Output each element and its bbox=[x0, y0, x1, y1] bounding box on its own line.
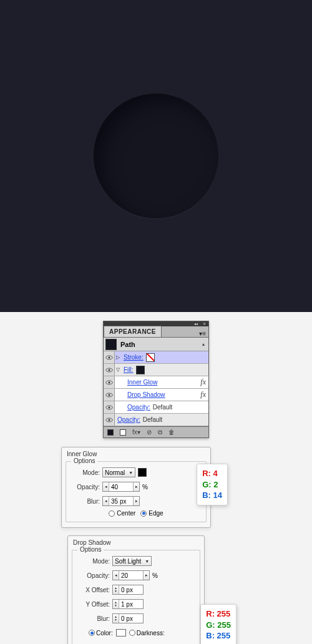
opacity-value: 20 bbox=[119, 571, 143, 580]
radio-edge[interactable] bbox=[140, 510, 147, 517]
rgb-r: R: 255 bbox=[206, 608, 231, 620]
percent-label: % bbox=[150, 572, 158, 579]
opacity-label: Opacity: bbox=[70, 484, 102, 490]
stroke-label[interactable]: Stroke: bbox=[121, 354, 144, 361]
chevron-down-icon: ▼ bbox=[145, 559, 149, 564]
color-label: Color: bbox=[96, 630, 113, 637]
mode-dropdown[interactable]: Normal ▼ bbox=[102, 467, 135, 477]
rgb-b: B: 14 bbox=[202, 490, 222, 501]
options-legend: Options bbox=[71, 457, 97, 464]
edge-label: Edge bbox=[149, 510, 163, 517]
fx-icon: fx bbox=[200, 378, 208, 387]
panel-menu-icon[interactable]: ▾≡ bbox=[199, 330, 208, 337]
visibility-toggle[interactable] bbox=[104, 401, 115, 413]
scroll-up-icon[interactable]: ▴ bbox=[202, 341, 208, 347]
rgb-r: R: 4 bbox=[202, 468, 222, 479]
shadow-color-swatch[interactable] bbox=[116, 629, 126, 637]
new-fill-icon[interactable] bbox=[107, 429, 114, 436]
blur-value: 35 px bbox=[109, 497, 133, 505]
appearance-row-opacity-inner[interactable]: Opacity: Default bbox=[104, 401, 208, 414]
svg-point-7 bbox=[108, 394, 110, 396]
svg-point-9 bbox=[108, 406, 110, 408]
panels-area: ◂◂ ✕ APPEARANCE ▾≡ Path ▴ ▷ Stroke: bbox=[0, 312, 312, 644]
fill-swatch[interactable] bbox=[136, 366, 145, 374]
appearance-row-drop-shadow[interactable]: Drop Shadow fx bbox=[104, 389, 208, 401]
svg-point-1 bbox=[108, 356, 110, 358]
mode-label: Mode: bbox=[70, 469, 102, 476]
svg-point-3 bbox=[108, 369, 110, 371]
x-offset-label: X Offset: bbox=[76, 587, 112, 593]
blur-stepper[interactable]: ◂ 35 px ▸ bbox=[102, 496, 140, 506]
disclosure-icon[interactable]: ▷ bbox=[115, 354, 121, 360]
panel-tabs: APPEARANCE ▾≡ bbox=[104, 326, 208, 338]
appearance-row-fill[interactable]: ▽ Fill: bbox=[104, 364, 208, 376]
fx-icon: fx bbox=[200, 390, 208, 399]
visibility-toggle[interactable] bbox=[104, 376, 115, 388]
x-offset-value: 0 px bbox=[119, 585, 143, 594]
visibility-toggle[interactable] bbox=[104, 351, 115, 363]
y-offset-stepper[interactable]: ▲▼ 1 px bbox=[112, 599, 144, 609]
options-fieldset: Options Mode: Normal ▼ Opacity: ◂ 40 ▸ % bbox=[66, 461, 207, 522]
blur-label: Blur: bbox=[70, 498, 102, 505]
tab-appearance[interactable]: APPEARANCE bbox=[104, 326, 162, 337]
disclosure-icon[interactable]: ▽ bbox=[115, 367, 121, 373]
radio-center[interactable] bbox=[109, 510, 115, 517]
visibility-toggle[interactable] bbox=[104, 364, 115, 376]
darkness-label: Darkness: bbox=[137, 630, 165, 637]
artwork-preview bbox=[0, 0, 312, 312]
options-fieldset: Options Mode: Soft Light ▼ Opacity: ◂ 20… bbox=[72, 550, 200, 644]
panel-footer: fx▾ ⊘ ⧉ 🗑 bbox=[104, 426, 208, 437]
mode-label: Mode: bbox=[76, 558, 112, 565]
rgb-callout: R: 255 G: 255 B: 255 bbox=[200, 604, 236, 644]
blur-label: Blur: bbox=[76, 615, 112, 622]
blur-stepper[interactable]: ▲▼ 0 px bbox=[112, 613, 144, 623]
path-label: Path bbox=[120, 341, 135, 348]
rgb-g: G: 2 bbox=[202, 479, 222, 490]
chevron-down-icon: ▼ bbox=[129, 471, 133, 475]
inner-glow-link[interactable]: Inner Glow bbox=[125, 379, 157, 386]
opacity-stepper[interactable]: ◂ 20 ▸ bbox=[112, 570, 150, 580]
mode-dropdown[interactable]: Soft Light ▼ bbox=[112, 556, 152, 566]
drop-shadow-link[interactable]: Drop Shadow bbox=[125, 391, 165, 398]
opacity-value: Default bbox=[140, 416, 163, 423]
options-legend: Options bbox=[77, 546, 104, 553]
y-offset-label: Y Offset: bbox=[76, 601, 112, 608]
x-offset-stepper[interactable]: ▲▼ 0 px bbox=[112, 585, 144, 595]
blur-value: 0 px bbox=[119, 614, 143, 623]
inner-glow-dialog: Inner Glow Options Mode: Normal ▼ Opacit… bbox=[61, 447, 211, 528]
percent-label: % bbox=[140, 484, 148, 490]
glow-source-radios: Center Edge bbox=[70, 510, 202, 517]
opacity-stepper[interactable]: ◂ 40 ▸ bbox=[102, 482, 140, 492]
center-label: Center bbox=[117, 510, 135, 517]
appearance-row-stroke[interactable]: ▷ Stroke: bbox=[104, 351, 208, 364]
opacity-label[interactable]: Opacity: bbox=[115, 416, 140, 423]
appearance-row-opacity-outer[interactable]: Opacity: Default bbox=[104, 414, 208, 426]
path-swatch bbox=[105, 339, 117, 350]
visibility-toggle[interactable] bbox=[104, 414, 115, 426]
circle-shape bbox=[94, 94, 218, 218]
mode-value: Normal bbox=[105, 469, 125, 476]
fill-label[interactable]: Fill: bbox=[121, 366, 134, 373]
drop-shadow-dialog: Drop Shadow Options Mode: Soft Light ▼ O… bbox=[67, 535, 205, 644]
rgb-g: G: 255 bbox=[206, 620, 231, 631]
opacity-label[interactable]: Opacity: bbox=[125, 404, 150, 411]
visibility-toggle[interactable] bbox=[104, 389, 115, 401]
y-offset-value: 1 px bbox=[119, 600, 143, 608]
svg-point-5 bbox=[108, 381, 110, 383]
appearance-panel: ◂◂ ✕ APPEARANCE ▾≡ Path ▴ ▷ Stroke: bbox=[103, 321, 209, 438]
opacity-value: 40 bbox=[109, 482, 133, 491]
rgb-callout: R: 4 G: 2 B: 14 bbox=[197, 464, 228, 505]
radio-darkness[interactable] bbox=[129, 630, 135, 636]
appearance-row-inner-glow[interactable]: Inner Glow fx bbox=[104, 376, 208, 389]
stroke-swatch-none[interactable] bbox=[146, 353, 155, 362]
radio-color[interactable] bbox=[89, 630, 95, 636]
opacity-value: Default bbox=[150, 404, 173, 411]
svg-point-11 bbox=[108, 419, 110, 421]
path-row: Path ▴ bbox=[104, 338, 208, 351]
opacity-label: Opacity: bbox=[76, 572, 112, 579]
glow-color-swatch[interactable] bbox=[138, 468, 147, 477]
new-stroke-icon[interactable] bbox=[120, 429, 126, 436]
rgb-b: B: 255 bbox=[206, 630, 231, 642]
mode-value: Soft Light bbox=[115, 558, 141, 565]
